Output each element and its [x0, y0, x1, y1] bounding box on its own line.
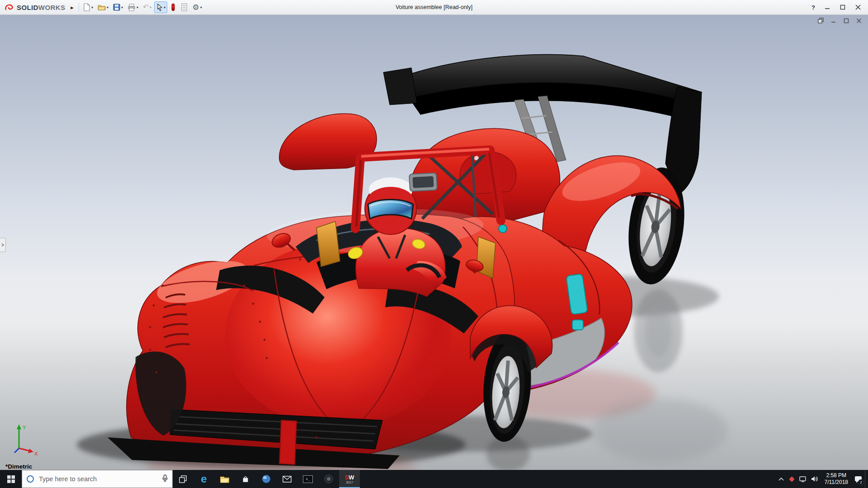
show-hidden-icons-button[interactable] — [776, 470, 787, 488]
new-document-icon — [83, 3, 90, 11]
edge-taskbar-icon[interactable]: e — [193, 470, 214, 488]
print-icon — [127, 4, 136, 11]
windows-logo-icon — [7, 475, 15, 483]
task-view-button[interactable] — [173, 470, 193, 488]
window-controls: ? — [807, 2, 868, 13]
tray-app-icon[interactable] — [787, 470, 797, 488]
car-3d-model[interactable] — [0, 14, 868, 470]
select-tool-button[interactable]: ▾ — [154, 1, 167, 13]
doc-restore-button[interactable] — [816, 17, 826, 24]
triad-y-label: Y — [23, 425, 26, 430]
graphics-viewport[interactable]: Y X *Dimetric — [0, 14, 868, 470]
show-desktop-button[interactable] — [865, 470, 868, 488]
taskbar-search-box[interactable] — [22, 470, 173, 488]
start-button[interactable] — [0, 470, 22, 488]
new-document-button[interactable]: ▾ — [81, 1, 95, 13]
orientation-triad[interactable]: Y X — [5, 423, 43, 458]
rebuild-icon — [170, 3, 176, 11]
globe-app-icon[interactable] — [256, 470, 277, 488]
file-explorer-taskbar-icon[interactable] — [214, 470, 235, 488]
triad-x-label: X — [34, 451, 38, 456]
close-icon — [856, 18, 862, 23]
clock-date: 7/11/2018 — [825, 479, 849, 486]
dropdown-arrow[interactable]: ▾ — [137, 5, 138, 9]
volume-icon[interactable] — [809, 470, 821, 488]
save-icon — [113, 4, 120, 11]
options-gear-icon: ⚙ — [192, 4, 199, 11]
store-taskbar-icon[interactable] — [235, 470, 256, 488]
cortana-icon — [26, 475, 34, 483]
task-view-icon — [179, 475, 187, 483]
search-input[interactable] — [38, 475, 144, 483]
nose-pylon — [279, 420, 297, 465]
taskbar-clock[interactable]: 2:58 PM 7/11/2018 — [821, 472, 853, 486]
file-explorer-icon — [220, 475, 230, 483]
open-folder-icon — [98, 4, 106, 11]
maximize-icon — [840, 5, 845, 10]
feature-tree-collapsed-tab[interactable] — [0, 238, 6, 252]
separator — [79, 3, 79, 12]
minimize-icon — [825, 5, 830, 10]
brand-name: SOLIDWORKS — [17, 4, 65, 11]
undo-button[interactable]: ↶ ▾ — [141, 1, 153, 13]
solidworks-app-icon: SW 2017 — [345, 474, 354, 484]
rearview-mirror — [409, 173, 437, 191]
edge-icon: e — [201, 474, 207, 484]
clock-time: 2:58 PM — [826, 472, 846, 479]
restore-window-icon — [818, 18, 824, 23]
help-button[interactable]: ? — [807, 4, 819, 11]
select-cursor-icon — [156, 3, 163, 11]
windows-taskbar: e >_ — [0, 470, 868, 488]
view-orientation-label: *Dimetric — [5, 463, 32, 470]
solidworks-window: SOLIDWORKS ▸ ▾ ▾ — [0, 0, 868, 488]
dropdown-arrow[interactable]: ▾ — [164, 5, 165, 9]
doc-maximize-button[interactable] — [841, 17, 851, 24]
title-bar: SOLIDWORKS ▸ ▾ ▾ — [0, 0, 868, 15]
minimize-icon — [831, 18, 836, 23]
dropdown-arrow[interactable]: ▾ — [150, 5, 151, 9]
open-button[interactable]: ▾ — [96, 1, 110, 13]
toolbar-flyout-arrow[interactable]: ▸ — [68, 4, 76, 11]
dropdown-arrow[interactable]: ▾ — [200, 5, 202, 9]
solidworks-logo: SOLIDWORKS — [0, 4, 68, 11]
system-tray: 2:58 PM 7/11/2018 2 — [776, 470, 868, 488]
mail-taskbar-icon[interactable] — [277, 470, 297, 488]
notification-badge: 2 — [858, 479, 864, 485]
solidworks-taskbar-icon[interactable]: SW 2017 — [339, 470, 360, 488]
undo-icon: ↶ — [143, 4, 149, 11]
close-icon — [855, 5, 861, 10]
options-button[interactable]: ⚙ ▾ — [190, 1, 203, 13]
document-window-controls — [816, 17, 863, 24]
command-prompt-icon: >_ — [303, 475, 313, 483]
ds-logo-icon — [5, 4, 15, 11]
save-button[interactable]: ▾ — [111, 1, 125, 13]
dropdown-arrow[interactable]: ▾ — [91, 5, 93, 9]
chevron-right-icon — [1, 243, 4, 247]
file-properties-icon — [181, 3, 188, 11]
maximize-icon — [844, 18, 849, 23]
rebuild-button[interactable] — [168, 1, 178, 13]
doc-minimize-button[interactable] — [829, 17, 838, 24]
print-button[interactable]: ▾ — [126, 1, 140, 13]
chevron-up-icon — [778, 477, 784, 481]
maximize-button[interactable] — [835, 2, 850, 13]
network-icon[interactable] — [797, 470, 809, 488]
quick-access-toolbar: ▾ ▾ ▾ ▾ — [81, 1, 204, 13]
dropdown-arrow[interactable]: ▾ — [121, 5, 123, 9]
microphone-icon[interactable] — [162, 474, 168, 484]
command-prompt-taskbar-icon[interactable]: >_ — [297, 470, 318, 488]
close-button[interactable] — [851, 2, 865, 13]
dropdown-arrow[interactable]: ▾ — [107, 5, 108, 9]
dark-disc-app-icon[interactable] — [318, 470, 339, 488]
doc-close-button[interactable] — [854, 17, 863, 24]
store-bag-icon — [241, 475, 250, 483]
mail-icon — [283, 476, 292, 483]
minimize-button[interactable] — [820, 2, 835, 13]
file-properties-button[interactable] — [179, 1, 189, 13]
action-center-button[interactable]: 2 — [852, 470, 865, 488]
